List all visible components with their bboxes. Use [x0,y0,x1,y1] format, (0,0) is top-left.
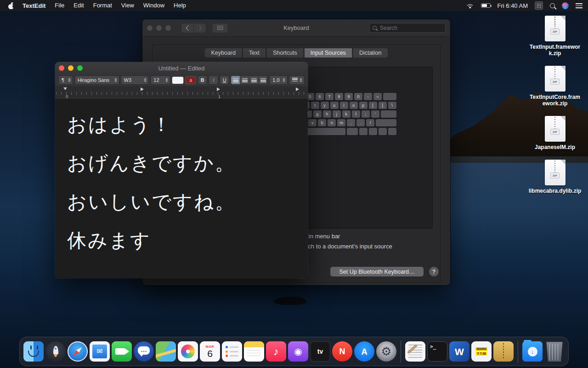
menu-view[interactable]: View [117,0,139,11]
key-modifier [381,110,396,118]
key--: - [364,93,372,100]
align-justify-icon [251,78,257,82]
zoom-button[interactable] [77,65,83,71]
menu-help[interactable]: Help [169,0,191,11]
dock-tv[interactable]: tv [310,341,330,362]
tab-stop-marker[interactable] [141,87,144,91]
highlight-color-well[interactable]: a [186,77,196,84]
align-left-button[interactable] [231,76,240,84]
dock-music[interactable]: ♪ [266,341,286,362]
close-button[interactable] [147,25,153,31]
menu-bar-clock[interactable]: Fri 6:40 AM [498,2,528,9]
align-right-icon [260,78,266,82]
dock-mail[interactable]: ✉ [90,341,110,362]
dock-trash[interactable] [544,341,565,362]
dock-terminal[interactable]: >_ [427,341,447,362]
dock-photos[interactable] [178,341,198,362]
font-family-popup[interactable]: Hiragino Sans [75,76,119,84]
zoom-button[interactable] [165,25,171,31]
align-right-button[interactable] [259,76,267,84]
back-button[interactable] [181,23,194,33]
paragraph-style-popup[interactable]: ¶ [59,76,73,84]
forward-button[interactable] [194,23,206,33]
dock-reminders[interactable] [222,341,242,362]
zip-file-icon: ZIP [545,66,565,92]
line-spacing-popup[interactable]: 1.0 [270,76,287,84]
file-name-label: JapaneseIM.zip [535,144,575,150]
desktop-icon-libmecabra-dylib-zip[interactable]: ZIPlibmecabra.dylib.zip [527,160,582,194]
spotlight-icon[interactable] [550,3,555,8]
tab-shortcuts[interactable]: Shortcuts [266,48,304,58]
set-up-bluetooth-keyboard-button[interactable]: Set Up Bluetooth Keyboard… [330,267,424,276]
dock-finder[interactable] [23,341,44,362]
dock-podcasts[interactable]: ◉ [288,341,308,362]
search-input[interactable] [379,24,442,32]
dock-messages[interactable]: … [134,341,154,362]
dock-warning-document[interactable]: WARNIY 7:36 [471,341,492,362]
minimize-button[interactable] [156,25,162,31]
tab-input-sources[interactable]: Input Sources [304,48,352,58]
help-button[interactable]: ? [429,267,439,276]
tab-text[interactable]: Text [243,48,266,58]
desktop-icon-textinput-framework-zip[interactable]: ZIPTextInput.framework.zip [527,16,582,57]
prefs-search-field[interactable] [369,23,446,33]
dock-archive[interactable] [493,341,514,362]
tab-keyboard[interactable]: Keyboard [204,48,242,58]
close-button[interactable] [59,65,64,71]
show-all-button[interactable] [212,23,228,33]
input-source-menu-icon[interactable] [535,1,543,10]
dock-news[interactable]: N [332,341,352,362]
menu-file[interactable]: File [50,0,69,11]
siri-icon[interactable] [562,2,569,9]
key-m: m [337,119,345,126]
menu-window[interactable]: Window [139,0,169,11]
minimize-button[interactable] [68,65,74,71]
app-menu-textedit[interactable]: TextEdit [18,2,50,9]
italic-button[interactable]: I [209,76,218,84]
tab-dictation[interactable]: Dictation [353,48,388,58]
pinwheel-icon [181,345,195,358]
textedit-document-area[interactable]: おはよう！ おげんきですか。 おいしいですね。 休みます [55,99,308,278]
key-7: 7 [325,93,334,100]
text-color-well[interactable] [172,77,183,84]
menu-edit[interactable]: Edit [69,0,88,11]
dock-launchpad[interactable] [45,341,66,362]
underline-button[interactable]: U [220,76,229,84]
zip-badge: ZIP [550,29,560,34]
compass-needle-icon [72,346,83,357]
dock-app-store[interactable]: A [354,341,374,362]
right-margin-marker[interactable] [296,87,299,91]
desktop-icon-japaneseim-zip[interactable]: ZIPJapaneseIM.zip [527,116,582,150]
dock-word[interactable]: W [449,341,469,362]
apple-menu-icon[interactable] [8,2,14,9]
key-': ' [371,110,379,118]
battery-icon[interactable] [481,3,491,8]
notification-center-icon[interactable] [576,3,582,8]
dock-downloads[interactable]: ↓ [522,341,543,362]
bold-button[interactable]: B [198,76,207,84]
dock-notes[interactable] [244,341,264,362]
desktop-icon-textinputcore-framework-zip[interactable]: ZIPTextInputCore.framework.zip [527,66,582,107]
key-modifier [359,128,368,135]
typeface-popup[interactable]: W3 [121,76,149,84]
stepper-icon [114,78,117,82]
dock-safari[interactable] [68,341,88,362]
align-justify-button[interactable] [249,76,259,84]
dock-system-preferences[interactable]: ⚙ [376,341,396,362]
align-center-button[interactable] [240,76,249,84]
align-center-icon [242,78,248,82]
dock-calendar[interactable]: MAR6 [200,341,220,362]
sea-rock [273,297,306,305]
font-size-popup[interactable]: 12 [151,76,170,84]
page-fold-icon [560,116,565,121]
indent-marker[interactable] [63,87,67,90]
menu-format[interactable]: Format [89,0,117,11]
document-line: おはよう！ [67,105,296,144]
dock-facetime[interactable] [112,341,132,362]
dock-textedit[interactable] [405,341,425,362]
tab-stop-marker[interactable] [217,87,220,91]
key-[: [ [369,102,377,109]
list-style-popup[interactable] [289,76,304,84]
dock-maps[interactable] [156,341,176,362]
wifi-icon[interactable] [466,3,474,8]
